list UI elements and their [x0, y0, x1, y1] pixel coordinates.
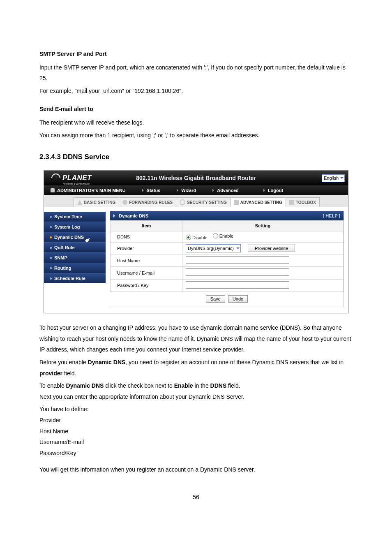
- page-number: 56: [39, 492, 353, 503]
- router-screenshot: PLANET Networking & Communication 802.11…: [44, 170, 348, 313]
- radio-label: Disable: [192, 235, 208, 240]
- para-ddns-2: Before you enable Dynamic DNS, you need …: [39, 357, 353, 379]
- section-heading-ddns: 2.3.4.3 DDNS Service: [39, 150, 353, 164]
- define-password: Password/Key: [39, 448, 353, 459]
- row-ddns-label: DDNS: [111, 231, 182, 242]
- dynamic-dns-panel: Dynamic DNS [ HELP ] Item Setting DDNS D…: [110, 211, 344, 307]
- tab-toolbox[interactable]: TOOLBOX: [286, 197, 320, 207]
- menu-advanced[interactable]: Advanced: [212, 187, 239, 193]
- save-button[interactable]: Save: [206, 295, 225, 303]
- row-password-value: [182, 279, 344, 291]
- tab-basic-label: BASIC SETTING: [84, 200, 115, 205]
- hostname-input[interactable]: [186, 256, 289, 264]
- text: , you need to register an account on one…: [125, 359, 344, 365]
- para-smtp-2: For example, "mail.your_url.com" or "192…: [39, 86, 353, 97]
- tab-strip: BASIC SETTING FORWARDING RULES SECURITY …: [44, 195, 348, 207]
- sidebar-item-routing[interactable]: Routing: [44, 263, 106, 273]
- radio-dot-icon: [186, 235, 191, 240]
- tab-basic-setting[interactable]: BASIC SETTING: [74, 197, 119, 207]
- menu-wizard[interactable]: Wizard: [177, 187, 196, 193]
- text: To enable: [39, 382, 66, 389]
- password-input[interactable]: [186, 281, 289, 289]
- tab-security-setting[interactable]: SECURITY SETTING: [176, 197, 231, 207]
- text: in the: [193, 382, 210, 389]
- row-hostname-label: Host Name: [111, 254, 182, 267]
- help-link[interactable]: [ HELP ]: [323, 213, 340, 219]
- sidebar-item-label: System Time: [54, 214, 82, 220]
- security-setting-icon: [180, 199, 185, 205]
- bold-text: Enable: [174, 382, 193, 389]
- col-setting: Setting: [182, 221, 344, 231]
- menu-logout[interactable]: Logout: [263, 187, 283, 193]
- menu-status[interactable]: Status: [142, 187, 161, 193]
- action-row: Save Undo: [110, 292, 344, 307]
- logo-subtext: Networking & Communication: [63, 183, 90, 185]
- provider-select-value: DynDNS.org(Dynamic): [188, 245, 234, 251]
- banner-title: 802.11n Wireless Gigabit Broadband Route…: [136, 174, 256, 182]
- sidebar-item-snmp[interactable]: SNMP: [44, 252, 106, 263]
- para-ddns-3: To enable Dynamic DNS click the check bo…: [39, 380, 353, 391]
- menu-wizard-label: Wizard: [181, 187, 196, 193]
- bold-text: Dynamic DNS: [66, 382, 104, 389]
- tab-toolbox-label: TOOLBOX: [296, 200, 316, 205]
- logo: PLANET Networking & Communication: [44, 173, 92, 183]
- define-username: Username/E-mail: [39, 437, 353, 448]
- row-username-value: [182, 267, 344, 279]
- banner: PLANET Networking & Communication 802.11…: [44, 171, 348, 185]
- sidebar-item-dynamic-dns[interactable]: Dynamic DNS: [44, 232, 106, 242]
- provider-select[interactable]: DynDNS.org(Dynamic): [186, 244, 241, 252]
- forwarding-rules-icon: [122, 200, 127, 205]
- text: field.: [226, 382, 240, 389]
- sidebar-item-schedule-rule[interactable]: Schedule Rule: [44, 273, 106, 283]
- logo-text: PLANET Networking & Communication: [62, 173, 92, 183]
- text: field.: [62, 370, 76, 377]
- para-ddns-5: You will get this information when you r…: [39, 464, 353, 475]
- ddns-disable-radio[interactable]: Disable: [186, 235, 208, 240]
- ddns-enable-radio[interactable]: Enable: [213, 233, 233, 239]
- sidebar-item-label: System Log: [54, 224, 80, 230]
- sidebar-item-qos-rule[interactable]: QoS Rule: [44, 242, 106, 252]
- heading-email-alert: Send E-mail alert to: [39, 104, 353, 115]
- sidebar: System Time System Log Dynamic DNS QoS R…: [44, 207, 106, 313]
- row-hostname-value: [182, 254, 344, 267]
- para-alert-2: You can assign more than 1 recipient, us…: [39, 130, 353, 141]
- toolbox-icon: [289, 200, 294, 205]
- language-select-value: English: [324, 175, 339, 181]
- text: Before you enable: [39, 359, 88, 365]
- sidebar-item-label: SNMP: [54, 255, 67, 261]
- tab-forwarding-label: FORWARDING RULES: [129, 200, 173, 205]
- panel-header: Dynamic DNS [ HELP ]: [110, 211, 344, 220]
- sidebar-item-system-time[interactable]: System Time: [44, 212, 106, 222]
- sidebar-item-label: Schedule Rule: [54, 275, 85, 281]
- sidebar-item-system-log[interactable]: System Log: [44, 222, 106, 232]
- admin-menu-label: ADMINISTRATOR's MAIN MENU: [51, 187, 126, 193]
- advanced-setting-icon: [234, 200, 239, 205]
- language-select[interactable]: English: [322, 174, 345, 182]
- admin-menu-label-text: ADMINISTRATOR's MAIN MENU: [57, 187, 126, 193]
- tab-advanced-setting[interactable]: ADVANCED SETTING: [230, 197, 286, 207]
- chevron-right-icon: [113, 214, 117, 217]
- menu-logout-label: Logout: [268, 187, 283, 193]
- bold-text: DDNS: [210, 382, 227, 389]
- row-username-label: Username / E-mail: [111, 267, 182, 279]
- provider-website-button[interactable]: Provider website: [248, 245, 295, 252]
- username-input[interactable]: [186, 268, 289, 276]
- undo-button[interactable]: Undo: [228, 295, 248, 303]
- logo-text-label: PLANET: [62, 174, 92, 182]
- define-intro: You have to define:: [39, 404, 353, 415]
- basic-setting-icon: [77, 200, 82, 205]
- define-hostname: Host Name: [39, 426, 353, 437]
- radio-dot-icon: [213, 233, 218, 238]
- tab-security-label: SECURITY SETTING: [187, 200, 227, 205]
- bold-text: provider: [39, 370, 62, 377]
- tab-forwarding-rules[interactable]: FORWARDING RULES: [119, 197, 176, 207]
- text: click the check box next to: [104, 382, 174, 389]
- define-provider: Provider: [39, 415, 353, 426]
- para-smtp-1: Input the SMTP server IP and port, which…: [39, 62, 353, 84]
- main-menu: ADMINISTRATOR's MAIN MENU Status Wizard …: [44, 185, 348, 195]
- heading-smtp: SMTP Server IP and Port: [39, 49, 353, 60]
- col-item: Item: [111, 221, 182, 231]
- row-password-label: Password / Key: [111, 279, 182, 291]
- menu-advanced-label: Advanced: [217, 187, 239, 193]
- sidebar-item-label: QoS Rule: [54, 245, 75, 250]
